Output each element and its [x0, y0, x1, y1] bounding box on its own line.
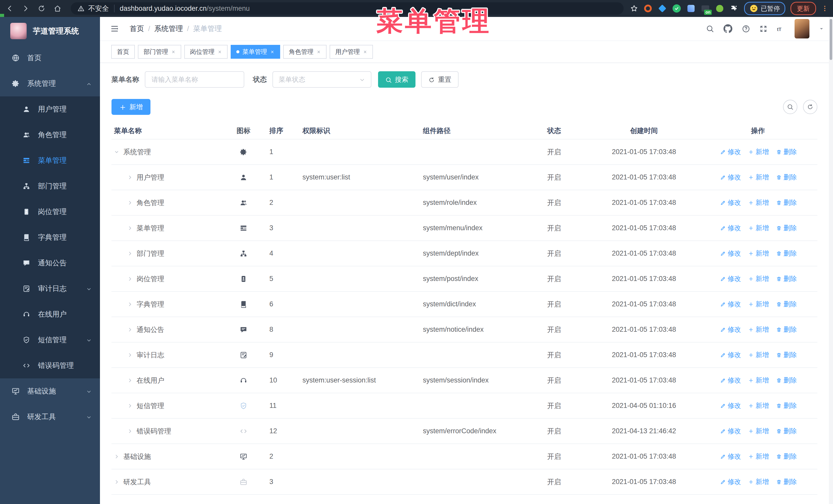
sidebar-item[interactable]: 研发工具 [0, 404, 100, 430]
chevron-right-icon[interactable] [127, 251, 133, 256]
browser-home-button[interactable] [52, 3, 63, 14]
edit-button[interactable]: 修改 [720, 452, 741, 461]
paused-extension-badge[interactable]: 已暂停 [744, 2, 785, 15]
browser-forward-button[interactable] [21, 3, 31, 14]
avatar-caret-down-icon[interactable] [819, 26, 824, 31]
delete-button[interactable]: 删除 [776, 477, 797, 486]
add-child-button[interactable]: 新增 [748, 249, 769, 258]
sidebar-item[interactable]: 短信管理 [0, 327, 100, 353]
browser-back-button[interactable] [5, 3, 15, 14]
browser-reload-button[interactable] [37, 3, 47, 14]
delete-button[interactable]: 删除 [776, 223, 797, 233]
bookmark-star-icon[interactable] [630, 5, 638, 12]
chevron-right-icon[interactable] [127, 353, 133, 358]
delete-button[interactable]: 删除 [776, 274, 797, 283]
github-icon[interactable] [723, 24, 733, 33]
sidebar-collapse-icon[interactable] [110, 24, 119, 33]
tag-view-tab[interactable]: 部门管理 [138, 45, 181, 59]
edit-button[interactable]: 修改 [720, 427, 741, 436]
edit-button[interactable]: 修改 [720, 274, 741, 283]
extension-icon[interactable] [658, 4, 667, 13]
sidebar-item[interactable]: 基础设施 [0, 378, 100, 404]
tag-view-tab[interactable]: 菜单管理 [231, 45, 280, 59]
add-child-button[interactable]: 新增 [748, 223, 769, 233]
sidebar-item[interactable]: 审计日志 [0, 276, 100, 302]
delete-button[interactable]: 删除 [776, 351, 797, 359]
chevron-right-icon[interactable] [127, 200, 133, 205]
chevron-right-icon[interactable] [114, 479, 119, 484]
add-child-button[interactable]: 新增 [748, 274, 769, 283]
toggle-search-button[interactable] [783, 100, 798, 114]
delete-button[interactable]: 删除 [776, 376, 797, 385]
edit-button[interactable]: 修改 [720, 249, 741, 258]
sidebar-item[interactable]: 角色管理 [0, 122, 100, 148]
chevron-down-icon[interactable] [114, 149, 119, 154]
add-child-button[interactable]: 新增 [748, 452, 769, 461]
browser-update-button[interactable]: 更新 [790, 2, 816, 15]
chevron-right-icon[interactable] [127, 403, 133, 408]
add-button[interactable]: 新增 [112, 99, 150, 115]
sidebar-item[interactable]: 菜单管理 [0, 148, 100, 173]
chevron-right-icon[interactable] [127, 327, 133, 332]
edit-button[interactable]: 修改 [720, 325, 741, 334]
sidebar-item[interactable]: 系统管理 [0, 71, 100, 96]
extension-icon[interactable] [643, 4, 653, 13]
delete-button[interactable]: 删除 [776, 173, 797, 182]
breadcrumb-item[interactable]: 首页 [130, 24, 144, 33]
chevron-right-icon[interactable] [127, 378, 133, 383]
extension-icon[interactable]: on [700, 4, 710, 13]
sidebar-item[interactable]: 字典管理 [0, 224, 100, 250]
sidebar-item[interactable]: 岗位管理 [0, 199, 100, 224]
avatar[interactable] [794, 19, 809, 39]
tag-view-tab[interactable]: 角色管理 [283, 45, 327, 59]
delete-button[interactable]: 删除 [776, 249, 797, 258]
search-icon[interactable] [706, 25, 714, 33]
close-icon[interactable] [363, 50, 367, 54]
edit-button[interactable]: 修改 [720, 351, 741, 359]
add-child-button[interactable]: 新增 [748, 427, 769, 436]
add-child-button[interactable]: 新增 [748, 325, 769, 334]
add-child-button[interactable]: 新增 [748, 477, 769, 486]
add-child-button[interactable]: 新增 [748, 351, 769, 359]
delete-button[interactable]: 删除 [776, 401, 797, 410]
sidebar-item[interactable]: 用户管理 [0, 96, 100, 122]
breadcrumb-item[interactable]: 系统管理 [154, 24, 183, 33]
chevron-right-icon[interactable] [127, 429, 133, 434]
close-icon[interactable] [218, 50, 222, 54]
edit-button[interactable]: 修改 [720, 401, 741, 410]
chevron-right-icon[interactable] [127, 277, 133, 282]
sidebar-item[interactable]: 在线用户 [0, 302, 100, 327]
add-child-button[interactable]: 新增 [748, 198, 769, 207]
delete-button[interactable]: 删除 [776, 427, 797, 436]
extension-icon[interactable] [715, 4, 724, 13]
refresh-table-button[interactable] [803, 100, 817, 114]
chevron-right-icon[interactable] [114, 454, 119, 459]
font-size-icon[interactable]: tT [777, 24, 785, 33]
edit-button[interactable]: 修改 [720, 223, 741, 233]
chevron-right-icon[interactable] [127, 175, 133, 180]
edit-button[interactable]: 修改 [720, 376, 741, 385]
sidebar-item[interactable]: 错误码管理 [0, 353, 100, 378]
menu-name-input[interactable] [151, 75, 238, 84]
delete-button[interactable]: 删除 [776, 300, 797, 309]
sidebar-item[interactable]: 通知公告 [0, 250, 100, 276]
tag-view-tab[interactable]: 岗位管理 [184, 45, 228, 59]
add-child-button[interactable]: 新增 [748, 173, 769, 182]
add-child-button[interactable]: 新增 [748, 376, 769, 385]
extension-icon[interactable] [686, 4, 696, 13]
fullscreen-icon[interactable] [759, 25, 767, 33]
close-icon[interactable] [316, 50, 321, 54]
add-child-button[interactable]: 新增 [748, 401, 769, 410]
tag-view-tab[interactable]: 首页 [111, 45, 135, 59]
scrollbar-thumb[interactable] [830, 19, 832, 60]
browser-menu-icon[interactable] [821, 5, 828, 12]
delete-button[interactable]: 删除 [776, 198, 797, 207]
delete-button[interactable]: 删除 [776, 325, 797, 334]
edit-button[interactable]: 修改 [720, 477, 741, 486]
delete-button[interactable]: 删除 [776, 452, 797, 461]
edit-button[interactable]: 修改 [720, 173, 741, 182]
help-icon[interactable] [742, 25, 750, 33]
sidebar-item[interactable]: 部门管理 [0, 173, 100, 199]
add-child-button[interactable]: 新增 [748, 300, 769, 309]
extension-icon[interactable] [672, 4, 682, 13]
